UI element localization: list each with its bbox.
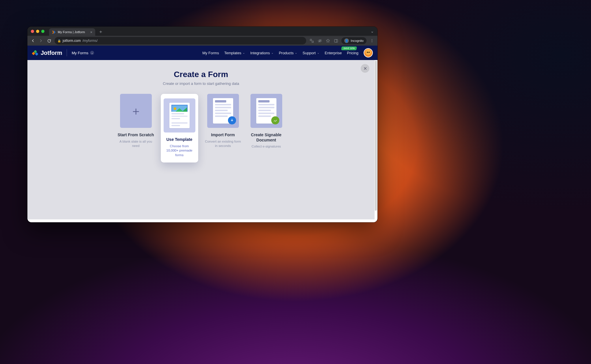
nav-products[interactable]: Products⌄ xyxy=(279,51,297,55)
download-icon xyxy=(228,116,236,124)
card-import-form[interactable]: Import Form Convert an existing form in … xyxy=(205,94,242,163)
incognito-icon: 👤 xyxy=(344,38,349,43)
tab-close-button[interactable]: × xyxy=(90,30,92,34)
logo-text: Jotform xyxy=(41,50,62,56)
modal-subtitle: Create or import a form to start gatheri… xyxy=(91,81,311,86)
card-illustration xyxy=(250,94,282,128)
svg-point-7 xyxy=(372,40,372,41)
svg-rect-1 xyxy=(312,41,313,42)
scrollbar[interactable] xyxy=(375,61,377,211)
chevron-down-icon: ⌄ xyxy=(295,51,297,54)
template-doc-icon xyxy=(169,103,190,128)
nav-my-forms[interactable]: My Forms xyxy=(202,51,219,55)
nav-pricing[interactable]: Pricing xyxy=(347,51,358,55)
card-description: Convert an existing form in seconds xyxy=(205,139,242,148)
new-tab-button[interactable]: ＋ xyxy=(98,29,104,35)
browser-tab-strip: My Forms | Jotform × ＋ ⌄ xyxy=(27,27,377,36)
svg-rect-4 xyxy=(334,39,338,42)
nav-enterprise[interactable]: Enterprise xyxy=(325,51,342,55)
url-path: /myforms/ xyxy=(83,39,98,43)
browser-menu-button[interactable] xyxy=(369,38,375,43)
svg-point-6 xyxy=(372,39,372,40)
nav-back-button[interactable] xyxy=(30,38,35,43)
nav-label: Integrations xyxy=(250,51,270,55)
sidepanel-icon[interactable] xyxy=(333,38,338,43)
tab-favicon xyxy=(52,30,56,34)
nav-support[interactable]: Support⌄ xyxy=(302,51,319,55)
logo-icon xyxy=(32,50,38,56)
chevron-down-icon: ⌄ xyxy=(243,51,245,54)
breadcrumb[interactable]: My Forms ⌄ xyxy=(72,51,94,55)
chevron-down-icon: ⌄ xyxy=(271,51,274,54)
nav-label: Templates xyxy=(224,51,241,55)
browser-tab[interactable]: My Forms | Jotform × xyxy=(49,28,95,36)
incognito-label: Incognito xyxy=(351,39,364,42)
nav-reload-button[interactable] xyxy=(46,38,52,43)
app-header: Jotform My Forms ⌄ My Forms Templates⌄ I… xyxy=(27,46,377,60)
card-illustration: ＋ xyxy=(120,94,152,128)
svg-point-8 xyxy=(372,42,372,42)
card-description: Choose from 10,000+ premade forms xyxy=(164,144,195,158)
card-illustration xyxy=(164,98,195,132)
close-icon: ✕ xyxy=(363,66,367,71)
card-title: Use Template xyxy=(167,137,192,142)
tracking-icon[interactable] xyxy=(317,38,322,43)
app-logo[interactable]: Jotform xyxy=(32,50,62,56)
window-minimize-button[interactable] xyxy=(36,30,39,33)
card-description: Collect e-signatures xyxy=(252,144,281,149)
nav-label: Products xyxy=(279,51,293,55)
card-title: Create Signable Document xyxy=(248,132,285,143)
nav-forward-button[interactable] xyxy=(38,38,44,43)
card-description: A blank slate is all you need xyxy=(117,139,154,148)
card-create-signable[interactable]: Create Signable Document Collect e-signa… xyxy=(248,94,285,163)
card-title: Start From Scratch xyxy=(117,132,154,138)
create-form-modal: Create a Form Create or import a form to… xyxy=(91,70,311,163)
page-viewport: SAVE 50% Jotform My Forms ⌄ My Forms xyxy=(27,46,377,222)
translate-icon[interactable] xyxy=(309,38,314,43)
address-bar[interactable]: 🔒 jotform.com/myforms/ xyxy=(55,37,306,44)
tabstrip-dropdown-button[interactable]: ⌄ xyxy=(371,29,375,33)
nav-label: Support xyxy=(302,51,316,55)
browser-toolbar: 🔒 jotform.com/myforms/ 👤 Incognito xyxy=(27,36,377,46)
window-close-button[interactable] xyxy=(31,30,34,33)
avatar[interactable] xyxy=(364,48,373,57)
divider xyxy=(67,49,67,56)
nav-label: My Forms xyxy=(202,51,219,55)
bookmark-icon[interactable] xyxy=(325,38,330,43)
nav-integrations[interactable]: Integrations⌄ xyxy=(250,51,274,55)
lock-icon: 🔒 xyxy=(57,39,61,42)
card-start-from-scratch[interactable]: ＋ Start From Scratch A blank slate is al… xyxy=(117,94,154,163)
svg-rect-0 xyxy=(310,39,312,40)
browser-window: My Forms | Jotform × ＋ ⌄ 🔒 jotform.com/m… xyxy=(27,27,377,222)
close-button[interactable]: ✕ xyxy=(361,64,369,73)
card-use-template[interactable]: Use Template Choose from 10,000+ premade… xyxy=(161,94,198,163)
card-illustration xyxy=(207,94,239,128)
modal-overlay: ✕ Create a Form Create or import a form … xyxy=(27,60,375,219)
tab-title: My Forms | Jotform xyxy=(58,30,85,34)
save-badge: SAVE 50% xyxy=(341,46,357,50)
plus-icon: ＋ xyxy=(130,103,142,119)
nav-label: Enterprise xyxy=(325,51,342,55)
option-cards: ＋ Start From Scratch A blank slate is al… xyxy=(91,94,311,163)
chevron-down-icon: ⌄ xyxy=(317,51,319,54)
window-zoom-button[interactable] xyxy=(41,30,44,33)
breadcrumb-label: My Forms xyxy=(72,51,88,55)
nav-label: Pricing xyxy=(347,51,358,55)
signature-icon xyxy=(271,116,279,124)
url-domain: jotform.com xyxy=(63,39,81,43)
modal-title: Create a Form xyxy=(91,70,311,79)
incognito-chip[interactable]: 👤 Incognito xyxy=(341,37,366,44)
chevron-down-icon: ⌄ xyxy=(90,51,94,55)
nav-templates[interactable]: Templates⌄ xyxy=(224,51,245,55)
window-controls xyxy=(31,30,44,33)
card-title: Import Form xyxy=(211,132,235,138)
